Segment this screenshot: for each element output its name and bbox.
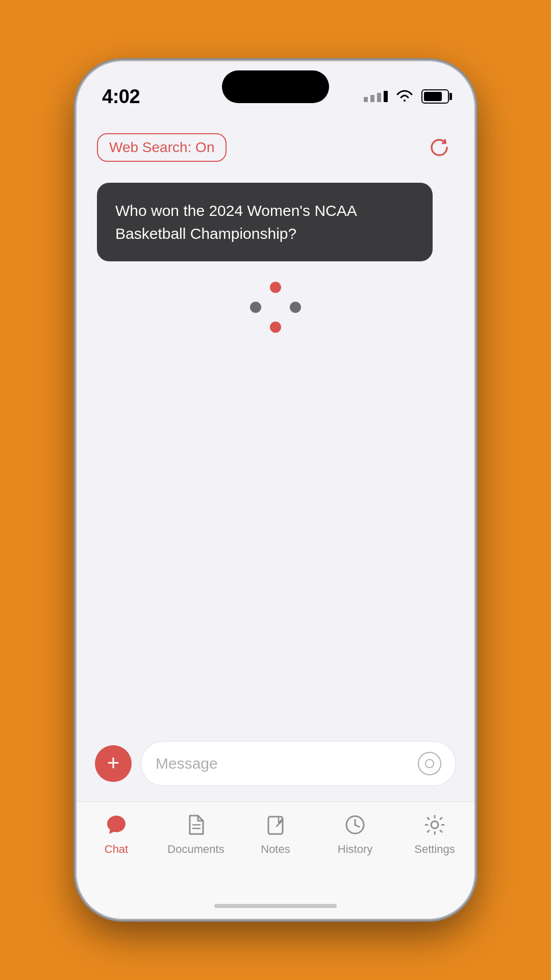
tab-history-label: History — [338, 843, 372, 856]
message-placeholder: Message — [156, 755, 218, 772]
signal-icon — [364, 91, 388, 102]
settings-tab-icon — [421, 811, 448, 839]
tab-documents-label: Documents — [167, 843, 224, 856]
message-input-wrapper[interactable]: Message — [141, 741, 456, 786]
message-bubble: Who won the 2024 Women's NCAA Basketball… — [97, 183, 433, 261]
plus-icon: + — [107, 752, 120, 774]
phone-frame: 4:02 — [77, 61, 474, 919]
top-bar: Web Search: On — [97, 128, 454, 162]
notes-tab-icon — [262, 811, 289, 839]
add-button[interactable]: + — [95, 745, 132, 782]
dot-right — [290, 302, 301, 313]
svg-line-5 — [355, 825, 359, 827]
mic-icon — [425, 759, 434, 768]
chat-tab-icon — [103, 811, 130, 839]
documents-tab-icon — [182, 811, 210, 839]
tab-settings[interactable]: Settings — [395, 811, 474, 856]
svg-rect-2 — [268, 817, 283, 834]
home-bar — [214, 904, 337, 908]
tab-chat-label: Chat — [105, 843, 128, 856]
status-time: 4:02 — [102, 86, 140, 108]
tab-bar: Chat Documents — [77, 801, 474, 893]
dot-left — [250, 302, 261, 313]
input-area: + Message — [77, 731, 474, 801]
screen: 4:02 — [77, 61, 474, 919]
tab-history[interactable]: History — [315, 811, 395, 856]
tab-settings-label: Settings — [414, 843, 455, 856]
mic-button[interactable] — [418, 752, 441, 775]
refresh-button[interactable] — [424, 133, 454, 162]
loading-dots — [250, 282, 301, 333]
dynamic-island — [222, 70, 329, 103]
tab-chat[interactable]: Chat — [77, 811, 156, 856]
status-icons — [364, 89, 449, 104]
dot-top — [270, 282, 281, 293]
tab-notes[interactable]: Notes — [236, 811, 315, 856]
status-bar: 4:02 — [77, 61, 474, 117]
refresh-icon — [428, 136, 451, 159]
history-tab-icon — [341, 811, 369, 839]
home-indicator — [77, 893, 474, 919]
wifi-icon — [395, 89, 414, 104]
web-search-badge: Web Search: On — [97, 133, 227, 162]
loading-indicator — [97, 282, 454, 333]
tab-documents[interactable]: Documents — [156, 811, 236, 856]
battery-icon — [421, 89, 449, 104]
message-text: Who won the 2024 Women's NCAA Basketball… — [115, 199, 414, 245]
svg-point-6 — [431, 821, 438, 828]
dot-bottom — [270, 322, 281, 333]
tab-notes-label: Notes — [261, 843, 290, 856]
main-content: Web Search: On Who won the 2024 Women's … — [77, 117, 474, 731]
